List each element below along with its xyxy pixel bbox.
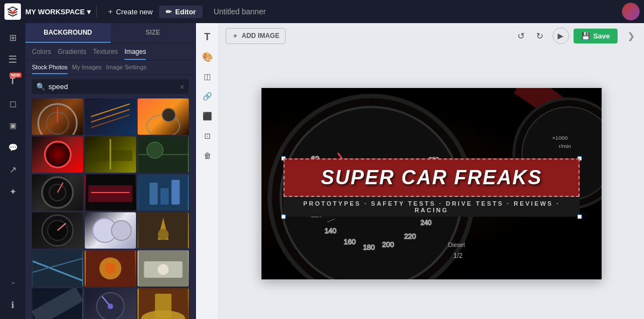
banner-text-container[interactable]: SUPER CAR FREAKS PROTOTYPES · SAFETY TES… (283, 158, 580, 217)
sidebar-item-shapes[interactable]: ◻ (3, 94, 23, 113)
search-clear-button[interactable]: × (180, 82, 184, 91)
tab-stock-photos[interactable]: Stock Photos (32, 64, 68, 74)
save-icon: 💾 (581, 32, 590, 40)
nav-divider (96, 6, 97, 17)
list-item[interactable] (85, 250, 136, 287)
svg-point-8 (162, 108, 176, 122)
undo-button[interactable]: ↺ (513, 28, 530, 44)
sidebar-item-layers[interactable]: ☰ (3, 50, 23, 69)
list-item[interactable] (32, 98, 83, 135)
tab-background[interactable]: BACKGROUND (25, 23, 111, 43)
svg-text:220: 220 (404, 232, 416, 240)
redo-icon: ↻ (536, 31, 543, 41)
svg-text:r/min: r/min (559, 143, 571, 149)
create-new-label: Create new (116, 8, 152, 16)
workspace-label[interactable]: MY WORKSPACE ▾ (25, 8, 91, 16)
subtab-textures[interactable]: Textures (93, 48, 118, 60)
list-item[interactable] (85, 174, 136, 211)
banner-subtitle: PROTOTYPES · SAFETY TESTS · DRIVE TESTS … (294, 200, 569, 213)
svg-rect-21 (150, 183, 158, 205)
sidebar-item-text[interactable]: T NEW (3, 72, 23, 91)
logo[interactable] (4, 3, 21, 20)
effects-icon: ✦ (9, 186, 17, 197)
svg-point-28 (112, 221, 132, 240)
list-item[interactable] (138, 288, 189, 319)
link-icon: 🔗 (203, 92, 212, 101)
list-item[interactable] (138, 174, 189, 211)
color-tool-button[interactable]: 🎨 (198, 47, 217, 66)
media-icon: ⬛ (203, 112, 212, 120)
link-tool-button[interactable]: 🔗 (198, 87, 217, 106)
text-tool-button[interactable]: T (198, 28, 217, 46)
list-item[interactable] (85, 288, 136, 319)
list-item[interactable] (32, 212, 83, 249)
banner-canvas[interactable]: 60 80 100 120 140 160 180 200 220 240 26… (261, 87, 602, 280)
undo-redo-group: ↺ ↻ (513, 28, 548, 44)
list-item[interactable] (32, 250, 83, 287)
tab-my-images[interactable]: My Images (72, 64, 102, 74)
search-icon: 🔍 (36, 82, 45, 91)
workspace-chevron-icon: ▾ (87, 8, 91, 16)
selection-handle-br (577, 215, 582, 219)
chevron-right-icon: ❯ (627, 31, 635, 41)
panel-collapse-button[interactable]: ❯ (624, 29, 637, 42)
search-input[interactable] (48, 79, 177, 94)
subtab-gradients[interactable]: Gradients (58, 48, 86, 60)
list-item[interactable] (138, 212, 189, 249)
list-item[interactable] (32, 174, 83, 211)
media-tool-button[interactable]: ⬛ (198, 107, 217, 125)
crop-icon: ⊡ (204, 131, 211, 140)
delete-tool-button[interactable]: 🗑 (198, 146, 217, 165)
banner-title: SUPER CAR FREAKS (296, 166, 567, 189)
tab-size[interactable]: SIZE (111, 23, 196, 43)
list-item[interactable] (85, 98, 136, 135)
list-item[interactable] (85, 136, 136, 173)
sidebar-item-chat[interactable]: 💬 (3, 138, 23, 157)
banner-subtitle-bar: PROTOTYPES · SAFETY TESTS · DRIVE TESTS … (283, 197, 580, 217)
tools-strip: T 🎨 ◫ 🔗 ⬛ ⊡ 🗑 (196, 23, 219, 319)
list-item[interactable] (32, 288, 83, 319)
svg-text:160: 160 (344, 238, 356, 246)
list-item[interactable] (138, 250, 189, 287)
sidebar-item-more[interactable]: ··· (3, 273, 23, 293)
crop-tool-button[interactable]: ⊡ (198, 127, 217, 145)
avatar[interactable] (622, 3, 640, 20)
play-button[interactable]: ▶ (553, 28, 569, 44)
create-new-button[interactable]: ＋ Create new (102, 4, 157, 19)
add-image-button[interactable]: ＋ ADD IMAGE (226, 28, 286, 44)
grid-icon: ⊞ (9, 32, 17, 43)
sidebar-item-media[interactable]: ▣ (3, 116, 23, 135)
save-button[interactable]: 💾 Save (574, 29, 618, 43)
list-item[interactable] (32, 136, 83, 173)
svg-text:×1000: ×1000 (552, 135, 567, 141)
subtab-images[interactable]: Images (124, 48, 146, 60)
svg-point-37 (105, 263, 116, 274)
svg-line-4 (91, 104, 130, 117)
sidebar-item-grid[interactable]: ⊞ (3, 28, 23, 47)
media-icon: ▣ (9, 121, 17, 130)
main-layout: ⊞ ☰ T NEW ◻ ▣ 💬 ↗ ✦ ··· ℹ (0, 23, 644, 319)
sidebar-item-effects[interactable]: ✦ (3, 182, 23, 201)
sidebar-item-info[interactable]: ℹ (3, 295, 23, 315)
new-badge: NEW (9, 73, 21, 78)
panel-image-tabs: Stock Photos My Images Image Settings (25, 61, 195, 75)
svg-point-31 (158, 229, 169, 240)
panel-tabs: BACKGROUND SIZE (25, 23, 195, 43)
list-item[interactable] (85, 212, 136, 249)
tab-image-settings[interactable]: Image Settings (106, 64, 146, 74)
list-item[interactable] (138, 136, 189, 173)
layers-tool-button[interactable]: ◫ (198, 67, 217, 86)
svg-text:200: 200 (382, 240, 394, 249)
svg-rect-23 (172, 180, 180, 205)
pencil-icon: ✏ (166, 8, 172, 16)
banner-title-bar: SUPER CAR FREAKS (283, 158, 580, 197)
subtab-colors[interactable]: Colors (32, 48, 51, 60)
sidebar-item-export[interactable]: ↗ (3, 160, 23, 179)
canvas-title[interactable]: Untitled banner (214, 7, 620, 16)
top-nav: MY WORKSPACE ▾ ＋ Create new ✏ Editor Unt… (0, 0, 644, 23)
more-icon: ··· (12, 279, 14, 287)
side-panel: BACKGROUND SIZE Colors Gradients Texture… (25, 23, 196, 319)
redo-button[interactable]: ↻ (532, 28, 548, 44)
list-item[interactable] (138, 98, 189, 135)
editor-button[interactable]: ✏ Editor (159, 6, 203, 18)
